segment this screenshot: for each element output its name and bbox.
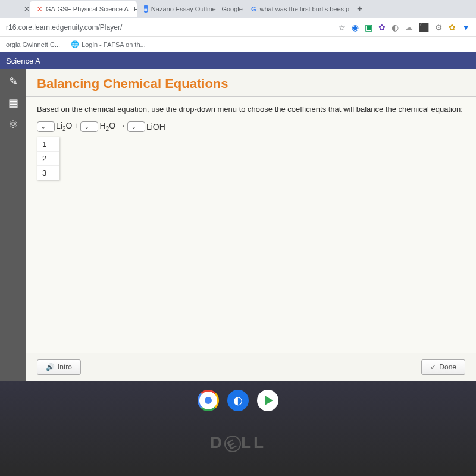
dropdown-option[interactable]: 1 <box>37 137 59 152</box>
ext-icon[interactable]: ⬛ <box>419 23 429 32</box>
tab-label: what was the first burt's bees p <box>260 5 350 12</box>
toolbar-icons: ☆ ◉ ▣ ✿ ◐ ☁ ⬛ ⚙ ✿ ▼ <box>338 23 470 32</box>
coefficient-dropdown[interactable]: ⌄ <box>127 121 145 132</box>
lesson-footer: 🔊 Intro ✓ Done <box>26 353 476 381</box>
instruction-text: Based on the chemical equation, use the … <box>37 104 465 115</box>
coefficient-dropdown[interactable]: ⌄ <box>37 121 55 132</box>
tab-favicon-icon: ✕ <box>37 5 42 13</box>
bookmarks-bar: orgia Gwinnett C... 🌐 Login - FAFSA on t… <box>0 37 476 52</box>
tab-label: Nazario Essay Outline - Google <box>151 5 243 12</box>
ext-icon[interactable]: ▼ <box>462 23 470 32</box>
chevron-down-icon: ⌄ <box>41 124 46 130</box>
browser-tabs-bar: ✕ ✕ GA-GSE Physical Science A - Ed ✕ ≡ N… <box>0 0 476 18</box>
intro-button[interactable]: 🔊 Intro <box>37 359 81 375</box>
button-label: Done <box>439 363 456 371</box>
bookmark-item[interactable]: 🌐 Login - FAFSA on th... <box>71 40 146 48</box>
coefficient-dropdown[interactable]: ⌄ <box>80 121 98 132</box>
browser-tab[interactable]: G what was the first burt's bees p ✕ <box>244 1 351 17</box>
dropdown-option[interactable]: 3 <box>37 166 59 180</box>
docs-icon: ≡ <box>144 5 148 13</box>
equation-term: LiOH <box>146 122 165 131</box>
tab-label: GA-GSE Physical Science A - Ed <box>46 5 137 12</box>
bookmark-item[interactable]: orgia Gwinnett C... <box>6 41 60 48</box>
atom-icon[interactable]: ⚛ <box>8 118 18 131</box>
done-button[interactable]: ✓ Done <box>421 359 465 375</box>
course-title: Science A <box>6 57 40 65</box>
ext-icon[interactable]: ◉ <box>352 23 359 32</box>
ext-icon[interactable]: ✿ <box>378 23 386 32</box>
url-text[interactable]: r16.core.learn.edgenuity.com/Player/ <box>6 23 122 32</box>
new-tab-button[interactable]: + <box>351 4 368 14</box>
equation-term: H2O → <box>99 121 126 132</box>
chrome-icon[interactable] <box>198 390 219 411</box>
ext-icon[interactable]: ⚙ <box>435 23 443 32</box>
pencil-icon[interactable]: ✎ <box>9 75 18 88</box>
equation-term: Li2O + <box>56 121 79 132</box>
play-store-icon[interactable] <box>257 390 278 411</box>
lesson-panel: Balancing Chemical Equations Based on th… <box>26 69 476 381</box>
ext-icon[interactable]: ✿ <box>449 23 456 32</box>
dell-logo: DELL <box>0 433 476 452</box>
ext-icon[interactable]: ◐ <box>392 23 399 32</box>
star-icon[interactable]: ☆ <box>338 23 346 32</box>
browser-tab[interactable]: ✕ GA-GSE Physical Science A - Ed ✕ <box>30 1 137 17</box>
check-icon: ✓ <box>430 363 436 371</box>
os-taskbar: ◐ <box>0 386 476 415</box>
globe-icon: 🌐 <box>71 40 79 48</box>
address-bar: r16.core.learn.edgenuity.com/Player/ ☆ ◉… <box>0 18 476 37</box>
ext-icon[interactable]: ☁ <box>405 23 413 32</box>
dropdown-option[interactable]: 2 <box>37 152 59 166</box>
google-icon: G <box>251 5 256 13</box>
lesson-title: Balancing Chemical Equations <box>26 69 476 97</box>
dropdown-menu-open: 1 2 3 <box>37 137 60 180</box>
course-header: Science A <box>0 52 476 69</box>
app-icon[interactable]: ◐ <box>227 390 249 411</box>
notes-icon[interactable]: ▤ <box>8 96 18 109</box>
chevron-down-icon: ⌄ <box>131 124 136 130</box>
browser-tab[interactable]: ≡ Nazario Essay Outline - Google ✕ <box>137 1 244 17</box>
button-label: Intro <box>58 363 72 371</box>
close-icon[interactable]: ✕ <box>24 5 30 13</box>
chevron-down-icon: ⌄ <box>84 124 89 130</box>
lesson-body: Based on the chemical equation, use the … <box>26 97 476 353</box>
sidebar: ✎ ▤ ⚛ <box>0 69 26 381</box>
speaker-icon: 🔊 <box>46 363 55 371</box>
ext-icon[interactable]: ▣ <box>365 23 372 32</box>
equation-row: ⌄ Li2O + ⌄ H2O → ⌄ LiOH <box>37 121 465 132</box>
bookmark-label: Login - FAFSA on th... <box>82 41 146 48</box>
bookmark-label: orgia Gwinnett C... <box>6 41 60 48</box>
